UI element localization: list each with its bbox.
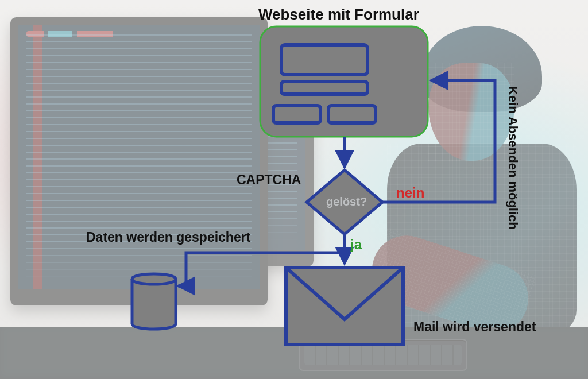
svg-rect-5	[286, 268, 403, 345]
label-mail-sent: Mail wird versendet	[413, 319, 536, 335]
label-stored: Daten werden gespeichert	[86, 230, 250, 245]
label-ja: ja	[350, 237, 362, 253]
captcha-flow-diagram: Webseite mit Formular CAPTCHA gelöst? ne…	[0, 0, 588, 379]
label-no-send: Kein Absenden möglich	[505, 86, 520, 230]
label-nein: nein	[396, 185, 424, 201]
node-webform	[260, 26, 428, 137]
label-title: Webseite mit Formular	[258, 6, 419, 24]
label-captcha: CAPTCHA	[237, 172, 301, 188]
node-database	[132, 274, 176, 329]
node-mail	[286, 268, 403, 345]
label-geloest: gelöst?	[326, 195, 367, 208]
